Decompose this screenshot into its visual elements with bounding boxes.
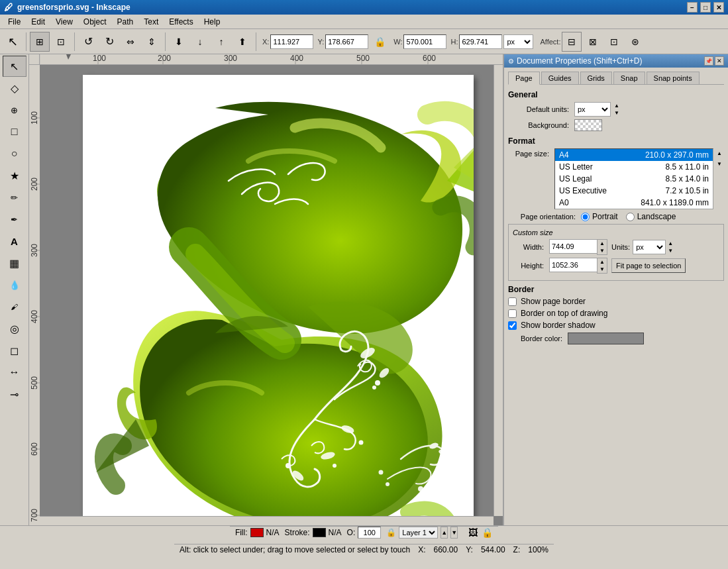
maximize-button[interactable]: □	[700, 2, 711, 13]
star-tool[interactable]: ★	[3, 165, 26, 186]
page-size-us-letter[interactable]: US Letter 8.5 x 11.0 in	[555, 161, 713, 173]
page-size-us-executive[interactable]: US Executive 7.2 x 10.5 in	[555, 185, 713, 197]
measure-tool[interactable]: ⊸	[3, 384, 26, 405]
dropper-tool[interactable]: 💧	[3, 274, 26, 295]
canvas-area[interactable]: 100 200 300 400 500 600 100	[29, 54, 503, 525]
stroke-swatch[interactable]	[313, 528, 326, 537]
canvas-scrollbar-v[interactable]	[494, 65, 503, 516]
height-up-button[interactable]: ▲	[598, 258, 607, 266]
eraser-tool[interactable]: ◻	[3, 340, 26, 361]
minimize-button[interactable]: −	[687, 2, 698, 13]
close-button[interactable]: ✕	[713, 2, 724, 13]
menu-file[interactable]: File	[3, 16, 26, 28]
tab-snap[interactable]: Snap	[613, 72, 645, 84]
flip-v[interactable]: ⇕	[142, 32, 162, 52]
affect-snaptobbox[interactable]: ⊛	[625, 32, 645, 52]
height-input[interactable]	[549, 258, 597, 272]
page-size-list[interactable]: A4 210.0 x 297.0 mm US Letter 8.5 x 11.0…	[554, 148, 713, 209]
height-down-button[interactable]: ▼	[598, 266, 607, 273]
fill-swatch[interactable]	[250, 528, 264, 537]
tab-grids[interactable]: Grids	[580, 72, 612, 84]
svg-text:600: 600	[423, 54, 436, 63]
tab-snap-points[interactable]: Snap points	[647, 72, 700, 84]
border-on-top-checkbox[interactable]	[508, 309, 517, 318]
show-border-shadow-checkbox[interactable]	[508, 321, 517, 330]
menu-effects[interactable]: Effects	[164, 16, 198, 28]
page-size-us-legal[interactable]: US Legal 8.5 x 14.0 in	[555, 173, 713, 185]
lower[interactable]: ↓	[190, 32, 210, 52]
panel-pin-button[interactable]: 📌	[704, 56, 713, 66]
spray-tool[interactable]: ◎	[3, 318, 26, 339]
lock-aspect[interactable]: 🔒	[370, 32, 390, 52]
page-size-scroll-up[interactable]: ▲	[715, 148, 724, 159]
x-label: X:	[262, 38, 269, 46]
pen-tool[interactable]: ✒	[3, 209, 26, 230]
custom-units-select[interactable]: px mm in	[633, 240, 666, 254]
fit-page-button[interactable]: Fit page to selection	[611, 258, 686, 273]
affect-geom[interactable]: ⊟	[562, 32, 582, 52]
landscape-radio[interactable]	[626, 213, 635, 221]
text-tool[interactable]: A	[3, 231, 26, 252]
layer-select[interactable]: Layer 1	[399, 527, 438, 539]
tab-guides[interactable]: Guides	[541, 72, 579, 84]
to-bottom[interactable]: ⬇	[169, 32, 189, 52]
raise[interactable]: ↑	[211, 32, 231, 52]
default-units-select[interactable]: px mm in pt	[574, 102, 611, 117]
zoom-tool[interactable]: ⊕	[3, 99, 26, 121]
background-color-picker[interactable]	[574, 119, 602, 131]
transform-select[interactable]: ⊞	[30, 32, 50, 52]
flip-h[interactable]: ⇔	[121, 32, 140, 52]
canvas-scrollbar-h[interactable]	[40, 516, 494, 525]
paint-tool[interactable]: 🖌	[3, 296, 26, 317]
toolbar-arrow[interactable]: ↖	[3, 32, 23, 52]
menu-help[interactable]: Help	[199, 16, 226, 28]
layer-arrow-down[interactable]: ▼	[450, 527, 458, 539]
portrait-radio[interactable]	[581, 213, 590, 221]
page-size-a4[interactable]: A4 210.0 x 297.0 mm	[555, 149, 713, 161]
h-input[interactable]	[459, 34, 502, 49]
page-size-a0[interactable]: A0 841.0 x 1189.0 mm	[555, 197, 713, 209]
affect-stroke[interactable]: ⊠	[583, 32, 603, 52]
border-color-label: Border color:	[508, 335, 568, 342]
rubber-band[interactable]: ⊡	[51, 32, 71, 52]
menu-view[interactable]: View	[50, 16, 78, 28]
tab-page[interactable]: Page	[508, 72, 540, 85]
menu-text[interactable]: Text	[138, 16, 164, 28]
show-page-border-checkbox[interactable]	[508, 297, 517, 306]
node-tool[interactable]: ◇	[3, 78, 26, 99]
rect-tool[interactable]: □	[3, 121, 26, 142]
coords-units[interactable]: px mm in	[503, 34, 533, 49]
custom-units-down[interactable]: ▼	[666, 247, 675, 254]
rotate-ccw[interactable]: ↺	[78, 32, 98, 52]
x-input[interactable]	[270, 34, 313, 49]
width-up-button[interactable]: ▲	[598, 240, 607, 247]
ellipse-tool[interactable]: ○	[3, 143, 26, 164]
ruler-corner	[29, 54, 40, 65]
connector-tool[interactable]: ↔	[3, 362, 26, 383]
portrait-option[interactable]: Portrait	[581, 212, 618, 221]
pencil-tool[interactable]: ✏	[3, 187, 26, 208]
to-top[interactable]: ⬆	[233, 32, 252, 52]
border-color-picker[interactable]	[568, 333, 644, 344]
panel-close-button[interactable]: ✕	[715, 56, 724, 66]
menu-path[interactable]: Path	[112, 16, 139, 28]
width-input[interactable]	[549, 239, 597, 254]
units-up-button[interactable]: ▲	[612, 102, 621, 109]
menu-object[interactable]: Object	[78, 16, 112, 28]
canvas-content[interactable]	[40, 65, 503, 525]
page-size-scroll-down[interactable]: ▼	[715, 159, 724, 170]
width-down-button[interactable]: ▼	[598, 247, 607, 254]
w-input[interactable]	[403, 34, 446, 49]
landscape-option[interactable]: Landscape	[626, 212, 676, 221]
units-down-button[interactable]: ▼	[612, 109, 621, 117]
layer-arrow-up[interactable]: ▲	[441, 527, 448, 539]
y-input[interactable]	[325, 34, 368, 49]
selector-tool[interactable]: ↖	[3, 56, 26, 77]
rotate-cw[interactable]: ↻	[99, 32, 119, 52]
svg-point-43	[379, 470, 384, 475]
custom-units-up[interactable]: ▲	[666, 240, 675, 247]
affect-fill[interactable]: ⊡	[604, 32, 624, 52]
gradient-tool[interactable]: ▦	[3, 252, 26, 274]
menu-edit[interactable]: Edit	[26, 16, 50, 28]
opacity-input[interactable]	[358, 527, 381, 539]
